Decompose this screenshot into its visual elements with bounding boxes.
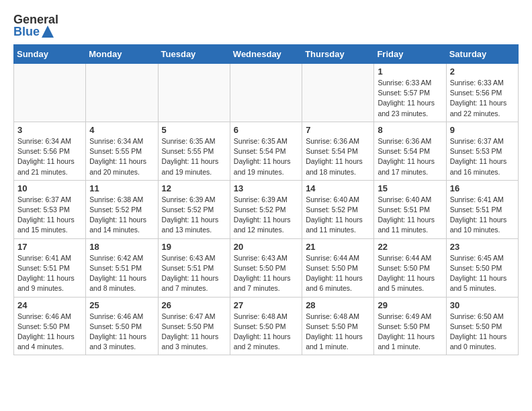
daylight-text: Daylight: 11 hours and 21 minutes. [17, 157, 75, 175]
sunset-text: Sunset: 5:54 PM [234, 147, 286, 155]
week-row-5: 24 Sunrise: 6:46 AM Sunset: 5:50 PM Dayl… [14, 297, 519, 355]
day-number: 10 [17, 183, 82, 193]
daylight-text: Daylight: 11 hours and 10 minutes. [450, 216, 507, 234]
daylight-text: Daylight: 11 hours and 2 minutes. [234, 332, 291, 351]
daylight-text: Daylight: 11 hours and 14 minutes. [89, 216, 146, 234]
sunrise-text: Sunrise: 6:44 AM [306, 254, 359, 262]
logo-icon [42, 26, 54, 38]
daylight-text: Daylight: 11 hours and 23 minutes. [378, 99, 435, 117]
daylight-text: Daylight: 11 hours and 5 minutes. [378, 274, 435, 292]
sunrise-text: Sunrise: 6:38 AM [89, 195, 143, 203]
sunrise-text: Sunrise: 6:43 AM [234, 254, 287, 262]
daylight-text: Daylight: 11 hours and 9 minutes. [17, 274, 75, 292]
sunset-text: Sunset: 5:56 PM [17, 147, 70, 155]
day-number: 3 [17, 125, 82, 135]
weekday-header-monday: Monday [86, 45, 158, 64]
daylight-text: Daylight: 11 hours and 11 minutes. [306, 216, 363, 234]
day-info: Sunrise: 6:44 AM Sunset: 5:50 PM Dayligh… [306, 253, 370, 294]
daylight-text: Daylight: 11 hours and 3 minutes. [162, 332, 219, 351]
day-number: 11 [89, 183, 154, 193]
sunset-text: Sunset: 5:55 PM [89, 147, 142, 155]
sunset-text: Sunset: 5:50 PM [378, 322, 430, 330]
daylight-text: Daylight: 11 hours and 7 minutes. [162, 274, 219, 292]
calendar-cell: 17 Sunrise: 6:41 AM Sunset: 5:51 PM Dayl… [14, 238, 86, 297]
sunrise-text: Sunrise: 6:40 AM [306, 195, 359, 203]
day-number: 6 [234, 125, 298, 135]
daylight-text: Daylight: 11 hours and 15 minutes. [17, 216, 75, 234]
calendar-cell: 2 Sunrise: 6:33 AM Sunset: 5:56 PM Dayli… [446, 64, 518, 122]
daylight-text: Daylight: 11 hours and 20 minutes. [89, 157, 146, 175]
day-info: Sunrise: 6:34 AM Sunset: 5:55 PM Dayligh… [89, 136, 154, 177]
day-number: 27 [234, 300, 298, 310]
calendar-cell: 30 Sunrise: 6:50 AM Sunset: 5:50 PM Dayl… [446, 297, 518, 355]
day-info: Sunrise: 6:33 AM Sunset: 5:56 PM Dayligh… [450, 78, 515, 119]
day-number: 29 [378, 300, 442, 310]
sunrise-text: Sunrise: 6:37 AM [17, 195, 71, 203]
calendar-cell: 10 Sunrise: 6:37 AM Sunset: 5:53 PM Dayl… [14, 180, 86, 238]
sunrise-text: Sunrise: 6:45 AM [450, 254, 504, 262]
calendar-cell: 24 Sunrise: 6:46 AM Sunset: 5:50 PM Dayl… [14, 297, 86, 355]
weekday-header-sunday: Sunday [14, 45, 86, 64]
sunset-text: Sunset: 5:54 PM [378, 147, 430, 155]
calendar-cell [158, 64, 230, 122]
daylight-text: Daylight: 11 hours and 18 minutes. [306, 157, 363, 175]
daylight-text: Daylight: 11 hours and 4 minutes. [17, 332, 75, 351]
week-row-1: 1 Sunrise: 6:33 AM Sunset: 5:57 PM Dayli… [14, 64, 519, 122]
day-number: 23 [450, 242, 515, 252]
day-info: Sunrise: 6:48 AM Sunset: 5:50 PM Dayligh… [234, 312, 298, 353]
sunset-text: Sunset: 5:54 PM [306, 147, 358, 155]
daylight-text: Daylight: 11 hours and 1 minute. [378, 332, 435, 351]
day-info: Sunrise: 6:50 AM Sunset: 5:50 PM Dayligh… [450, 312, 515, 353]
sunset-text: Sunset: 5:56 PM [450, 89, 502, 97]
calendar-cell: 1 Sunrise: 6:33 AM Sunset: 5:57 PM Dayli… [374, 64, 446, 122]
calendar-cell: 25 Sunrise: 6:46 AM Sunset: 5:50 PM Dayl… [86, 297, 158, 355]
day-number: 17 [17, 242, 82, 252]
day-info: Sunrise: 6:41 AM Sunset: 5:51 PM Dayligh… [450, 195, 515, 236]
sunset-text: Sunset: 5:50 PM [234, 322, 286, 330]
sunrise-text: Sunrise: 6:33 AM [450, 79, 504, 87]
day-info: Sunrise: 6:39 AM Sunset: 5:52 PM Dayligh… [162, 195, 226, 236]
sunset-text: Sunset: 5:50 PM [450, 264, 502, 272]
day-number: 16 [450, 183, 515, 193]
calendar-cell: 18 Sunrise: 6:42 AM Sunset: 5:51 PM Dayl… [86, 238, 158, 297]
weekday-header-saturday: Saturday [446, 45, 518, 64]
daylight-text: Daylight: 11 hours and 19 minutes. [162, 157, 219, 175]
day-info: Sunrise: 6:45 AM Sunset: 5:50 PM Dayligh… [450, 253, 515, 294]
calendar-cell: 16 Sunrise: 6:41 AM Sunset: 5:51 PM Dayl… [446, 180, 518, 238]
calendar-cell: 22 Sunrise: 6:44 AM Sunset: 5:50 PM Dayl… [374, 238, 446, 297]
sunrise-text: Sunrise: 6:41 AM [17, 254, 71, 262]
sunset-text: Sunset: 5:50 PM [234, 264, 286, 272]
svg-marker-0 [42, 26, 54, 38]
day-info: Sunrise: 6:48 AM Sunset: 5:50 PM Dayligh… [306, 312, 370, 353]
sunset-text: Sunset: 5:57 PM [378, 89, 430, 97]
day-number: 25 [89, 300, 154, 310]
calendar-cell: 19 Sunrise: 6:43 AM Sunset: 5:51 PM Dayl… [158, 238, 230, 297]
day-info: Sunrise: 6:47 AM Sunset: 5:50 PM Dayligh… [162, 312, 226, 353]
calendar-cell: 5 Sunrise: 6:35 AM Sunset: 5:55 PM Dayli… [158, 122, 230, 180]
calendar-cell [86, 64, 158, 122]
sunrise-text: Sunrise: 6:35 AM [234, 137, 287, 145]
calendar-cell: 26 Sunrise: 6:47 AM Sunset: 5:50 PM Dayl… [158, 297, 230, 355]
sunset-text: Sunset: 5:50 PM [378, 264, 430, 272]
sunset-text: Sunset: 5:52 PM [89, 205, 142, 214]
day-number: 8 [378, 125, 442, 135]
day-info: Sunrise: 6:43 AM Sunset: 5:50 PM Dayligh… [234, 253, 298, 294]
week-row-2: 3 Sunrise: 6:34 AM Sunset: 5:56 PM Dayli… [14, 122, 519, 180]
sunrise-text: Sunrise: 6:34 AM [17, 137, 71, 145]
calendar-cell: 7 Sunrise: 6:36 AM Sunset: 5:54 PM Dayli… [302, 122, 374, 180]
day-info: Sunrise: 6:39 AM Sunset: 5:52 PM Dayligh… [234, 195, 298, 236]
calendar-cell [230, 64, 302, 122]
sunset-text: Sunset: 5:53 PM [450, 147, 502, 155]
day-number: 9 [450, 125, 515, 135]
daylight-text: Daylight: 11 hours and 17 minutes. [378, 157, 435, 175]
day-number: 14 [306, 183, 370, 193]
calendar-cell: 15 Sunrise: 6:40 AM Sunset: 5:51 PM Dayl… [374, 180, 446, 238]
day-number: 7 [306, 125, 370, 135]
week-row-4: 17 Sunrise: 6:41 AM Sunset: 5:51 PM Dayl… [14, 238, 519, 297]
day-info: Sunrise: 6:38 AM Sunset: 5:52 PM Dayligh… [89, 195, 154, 236]
calendar-cell: 8 Sunrise: 6:36 AM Sunset: 5:54 PM Dayli… [374, 122, 446, 180]
sunrise-text: Sunrise: 6:39 AM [234, 195, 287, 203]
sunrise-text: Sunrise: 6:48 AM [234, 312, 287, 320]
daylight-text: Daylight: 11 hours and 16 minutes. [450, 157, 507, 175]
page-header: General Blue [13, 13, 519, 38]
